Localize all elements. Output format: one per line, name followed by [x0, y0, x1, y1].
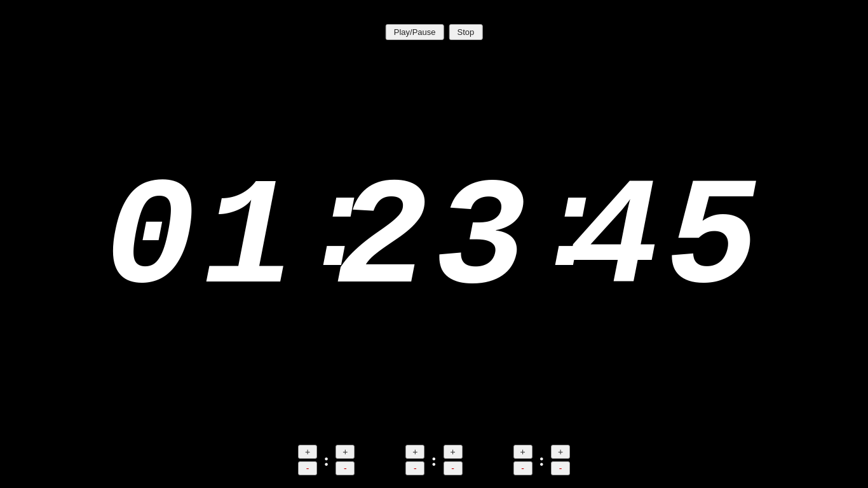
stepper-hours-tens: + - — [298, 445, 317, 475]
clock-display: 0 1 : 2 3 : 4 5 — [104, 165, 764, 317]
seconds-ones-plus-button[interactable]: + — [551, 445, 570, 459]
hours-tens-plus-button[interactable]: + — [298, 445, 317, 459]
digit-hours-ones: 1 — [202, 165, 301, 317]
minutes-tens-plus-button[interactable]: + — [405, 445, 424, 459]
stepper-seconds-tens: + - — [513, 445, 532, 475]
stepper-colon-1: : — [317, 451, 336, 469]
clock-digits: 0 1 : 2 3 : 4 5 — [104, 165, 764, 317]
top-controls: Play/Pause Stop — [386, 24, 483, 40]
stepper-colon-3: : — [532, 451, 551, 469]
hours-ones-minus-button[interactable]: - — [336, 461, 355, 475]
minutes-ones-minus-button[interactable]: - — [444, 461, 463, 475]
digit-hours-tens: 0 — [104, 165, 202, 317]
seconds-tens-plus-button[interactable]: + — [513, 445, 532, 459]
digit-minutes-ones: 3 — [434, 165, 532, 317]
minutes-tens-minus-button[interactable]: - — [405, 461, 424, 475]
stepper-minutes-tens: + - — [405, 445, 424, 475]
minutes-ones-plus-button[interactable]: + — [444, 445, 463, 459]
seconds-tens-minus-button[interactable]: - — [513, 461, 532, 475]
seconds-ones-minus-button[interactable]: - — [551, 461, 570, 475]
digit-minutes-tens: 2 — [336, 165, 434, 317]
stop-button[interactable]: Stop — [449, 24, 483, 40]
bottom-controls: + - : + - + - : + - + - : + - — [0, 445, 868, 475]
digit-seconds-tens: 4 — [567, 165, 666, 317]
hours-ones-plus-button[interactable]: + — [336, 445, 355, 459]
stepper-seconds-ones: + - — [551, 445, 570, 475]
digit-seconds-ones: 5 — [666, 165, 764, 317]
stepper-hours-ones: + - — [336, 445, 355, 475]
colon-1: : — [301, 168, 336, 295]
stepper-colon-2: : — [424, 451, 443, 469]
hours-tens-minus-button[interactable]: - — [298, 461, 317, 475]
stepper-minutes-ones: + - — [444, 445, 463, 475]
play-pause-button[interactable]: Play/Pause — [386, 24, 444, 40]
colon-2: : — [532, 168, 567, 295]
